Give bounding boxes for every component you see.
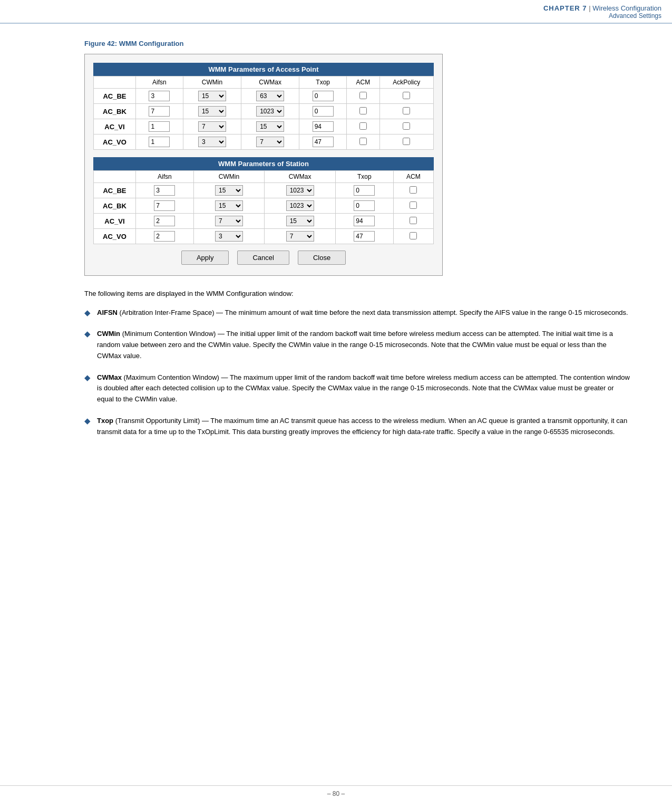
ap-aifsn-input-AC_VI[interactable] (149, 121, 170, 132)
sta-cwmax-select-AC_BK[interactable]: 71531631272555111023 (286, 200, 314, 211)
ap-acm-checkbox-AC_BE[interactable] (359, 92, 367, 99)
ap-aifsn-AC_VI[interactable] (136, 119, 183, 134)
ap-cwmin-select-AC_BK[interactable]: 371531631272555111023 (198, 106, 226, 117)
ap-aifsn-AC_VO[interactable] (136, 134, 183, 150)
sta-acm-AC_BE[interactable] (393, 183, 433, 198)
sta-txop-input-AC_VI[interactable] (354, 216, 375, 226)
ap-txop-input-AC_VI[interactable] (313, 121, 334, 132)
apply-button[interactable]: Apply (181, 251, 229, 265)
ap-txop-AC_VI[interactable] (299, 119, 347, 134)
sta-aifsn-AC_BK[interactable] (136, 198, 194, 214)
ap-aifsn-input-AC_BE[interactable] (149, 91, 170, 101)
ap-ackpolicy-checkbox-AC_VO[interactable] (403, 138, 410, 145)
sta-txop-AC_VO[interactable] (336, 229, 394, 244)
sta-acm-AC_VO[interactable] (393, 229, 433, 244)
sta-cwmax-AC_VI[interactable]: 71531631272555111023 (265, 214, 336, 229)
sta-cwmin-AC_BK[interactable]: 371531631272555111023 (193, 198, 265, 214)
ap-acm-checkbox-AC_VI[interactable] (359, 122, 367, 130)
ap-ackpolicy-checkbox-AC_VI[interactable] (403, 122, 410, 130)
sta-aifsn-input-AC_BE[interactable] (154, 185, 175, 196)
ap-txop-input-AC_VO[interactable] (313, 137, 334, 147)
sta-col-aifsn: Aifsn (136, 171, 194, 183)
sta-aifsn-input-AC_VI[interactable] (154, 216, 175, 226)
page-number: – 80 – (327, 790, 345, 797)
ap-col-empty (94, 76, 136, 89)
sta-aifsn-AC_VI[interactable] (136, 214, 194, 229)
ap-acm-AC_BE[interactable] (347, 89, 379, 104)
sta-cwmax-select-AC_VO[interactable]: 71531631272555111023 (286, 231, 314, 242)
ap-cwmax-select-AC_BE[interactable]: 71531631272555111023 (256, 91, 284, 101)
sta-cwmin-AC_BE[interactable]: 371531631272555111023 (193, 183, 265, 198)
sta-acm-AC_BK[interactable] (393, 198, 433, 214)
ap-cwmin-AC_BK[interactable]: 371531631272555111023 (183, 104, 241, 119)
ap-aifsn-AC_BE[interactable] (136, 89, 183, 104)
ap-cwmin-select-AC_BE[interactable]: 371531631272555111023 (198, 91, 226, 101)
sta-cwmin-select-AC_VI[interactable]: 371531631272555111023 (215, 216, 243, 226)
sta-cwmin-AC_VI[interactable]: 371531631272555111023 (193, 214, 265, 229)
sta-acm-checkbox-AC_VI[interactable] (410, 217, 417, 224)
ap-txop-AC_BE[interactable] (299, 89, 347, 104)
sta-cwmax-select-AC_BE[interactable]: 71531631272555111023 (286, 185, 314, 196)
ap-ackpolicy-checkbox-AC_BE[interactable] (403, 92, 410, 99)
sta-txop-AC_VI[interactable] (336, 214, 394, 229)
ap-cwmax-AC_BE[interactable]: 71531631272555111023 (241, 89, 299, 104)
ap-cwmax-select-AC_VI[interactable]: 71531631272555111023 (256, 121, 284, 132)
ap-acm-AC_VO[interactable] (347, 134, 379, 150)
ap-cwmax-select-AC_VO[interactable]: 71531631272555111023 (256, 137, 284, 147)
ap-ackpolicy-AC_VI[interactable] (379, 119, 433, 134)
sta-acm-AC_VI[interactable] (393, 214, 433, 229)
sta-acm-checkbox-AC_VO[interactable] (410, 232, 417, 239)
sta-cwmax-AC_BE[interactable]: 71531631272555111023 (265, 183, 336, 198)
cancel-button[interactable]: Cancel (237, 251, 289, 265)
ap-cwmax-AC_BK[interactable]: 71531631272555111023 (241, 104, 299, 119)
ap-txop-input-AC_BE[interactable] (313, 91, 334, 101)
header-info: CHAPTER 7 | Wireless Configuration Advan… (543, 4, 661, 20)
ap-txop-AC_BK[interactable] (299, 104, 347, 119)
sta-aifsn-AC_VO[interactable] (136, 229, 194, 244)
sta-cwmax-AC_VO[interactable]: 71531631272555111023 (265, 229, 336, 244)
ap-txop-input-AC_BK[interactable] (313, 106, 334, 117)
sta-cwmin-select-AC_VO[interactable]: 371531631272555111023 (215, 231, 243, 242)
ap-cwmax-AC_VO[interactable]: 71531631272555111023 (241, 134, 299, 150)
ap-ackpolicy-AC_VO[interactable] (379, 134, 433, 150)
ap-cwmin-select-AC_VO[interactable]: 371531631272555111023 (198, 137, 226, 147)
ap-ackpolicy-checkbox-AC_BK[interactable] (403, 107, 410, 114)
ap-aifsn-input-AC_BK[interactable] (149, 106, 170, 117)
ap-table-row: AC_BK37153163127255511102371531631272555… (94, 104, 434, 119)
sta-acm-checkbox-AC_BE[interactable] (410, 186, 417, 194)
ap-cwmin-AC_VO[interactable]: 371531631272555111023 (183, 134, 241, 150)
sta-acm-checkbox-AC_BK[interactable] (410, 201, 417, 209)
sta-txop-AC_BE[interactable] (336, 183, 394, 198)
sta-aifsn-input-AC_VO[interactable] (154, 231, 175, 242)
ap-acm-checkbox-AC_BK[interactable] (359, 107, 367, 114)
ap-cwmin-AC_VI[interactable]: 371531631272555111023 (183, 119, 241, 134)
ap-txop-AC_VO[interactable] (299, 134, 347, 150)
sta-cwmin-select-AC_BE[interactable]: 371531631272555111023 (215, 185, 243, 196)
ap-ackpolicy-AC_BK[interactable] (379, 104, 433, 119)
sta-cwmin-AC_VO[interactable]: 371531631272555111023 (193, 229, 265, 244)
sta-table-row: AC_VI37153163127255511102371531631272555… (94, 214, 434, 229)
sta-txop-input-AC_BE[interactable] (354, 185, 375, 196)
bullet-content-2: CWMax (Maximum Contention Window) — The … (97, 372, 630, 405)
ap-cwmax-select-AC_BK[interactable]: 71531631272555111023 (256, 106, 284, 117)
ap-cwmin-select-AC_VI[interactable]: 371531631272555111023 (198, 121, 226, 132)
sta-aifsn-input-AC_BK[interactable] (154, 200, 175, 211)
ap-aifsn-input-AC_VO[interactable] (149, 137, 170, 147)
ap-cwmin-AC_BE[interactable]: 371531631272555111023 (183, 89, 241, 104)
sta-cwmin-select-AC_BK[interactable]: 371531631272555111023 (215, 200, 243, 211)
sta-txop-AC_BK[interactable] (336, 198, 394, 214)
sta-cwmax-AC_BK[interactable]: 71531631272555111023 (265, 198, 336, 214)
ap-aifsn-AC_BK[interactable] (136, 104, 183, 119)
sta-col-cwmin: CWMin (193, 171, 265, 183)
ap-ackpolicy-AC_BE[interactable] (379, 89, 433, 104)
ap-acm-AC_BK[interactable] (347, 104, 379, 119)
sta-cwmax-select-AC_VI[interactable]: 71531631272555111023 (286, 216, 314, 226)
sta-txop-input-AC_VO[interactable] (354, 231, 375, 242)
close-button[interactable]: Close (298, 251, 346, 265)
ap-acm-AC_VI[interactable] (347, 119, 379, 134)
bullet-list: ◆AIFSN (Arbitration Inter-Frame Space) —… (84, 307, 630, 438)
sta-txop-input-AC_BK[interactable] (354, 200, 375, 211)
ap-acm-checkbox-AC_VO[interactable] (359, 138, 367, 145)
sta-aifsn-AC_BE[interactable] (136, 183, 194, 198)
ap-cwmax-AC_VI[interactable]: 71531631272555111023 (241, 119, 299, 134)
